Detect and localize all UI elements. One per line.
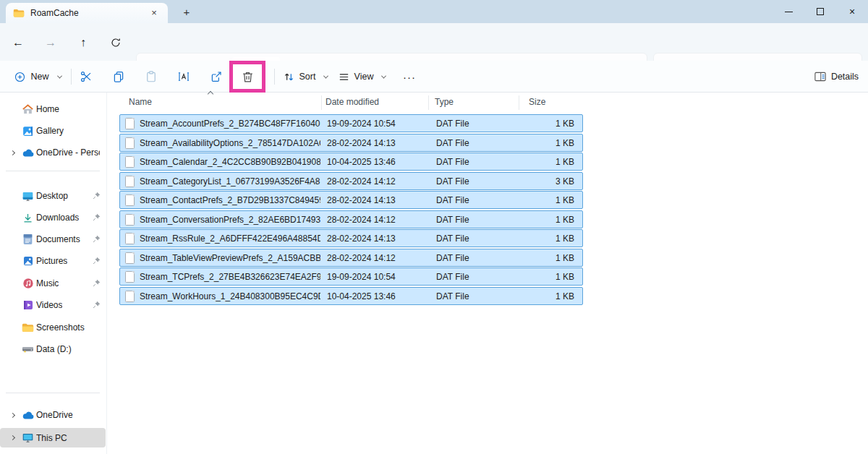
delete-button[interactable] [234, 64, 260, 90]
file-icon [125, 156, 135, 168]
sidebar-item-videos[interactable]: Videos [0, 296, 106, 314]
column-header-name[interactable]: Name [129, 97, 152, 107]
tab-title: RoamCache [30, 8, 79, 18]
file-date: 19-09-2024 10:54 [327, 119, 396, 129]
sidebar-item-documents[interactable]: Documents [0, 230, 106, 249]
file-row[interactable]: Stream_TableViewPreviewPrefs_2_A159ACBB8… [119, 249, 583, 267]
file-date: 28-02-2024 14:13 [327, 195, 396, 205]
document-icon [22, 234, 34, 246]
file-row[interactable]: Stream_CategoryList_1_06773199A3526F4A8D… [119, 172, 583, 190]
details-pane-button[interactable]: Details [810, 64, 862, 90]
sidebar-item-gallery[interactable]: Gallery [0, 121, 106, 140]
gallery-icon [22, 125, 34, 137]
column-separator[interactable] [519, 95, 519, 110]
file-type: DAT File [436, 272, 469, 282]
column-header-size[interactable]: Size [529, 97, 545, 107]
file-type: DAT File [436, 291, 469, 301]
forward-button[interactable]: → [41, 33, 60, 52]
tab-close-icon[interactable]: × [148, 7, 161, 20]
file-row[interactable]: Stream_Calendar_2_4C2CC8B90B92B041908EF.… [119, 153, 583, 171]
more-options-button[interactable]: ··· [396, 64, 422, 90]
file-icon [125, 271, 135, 283]
file-size: 1 KB [556, 253, 574, 263]
cut-button[interactable] [73, 64, 99, 90]
file-size: 3 KB [556, 176, 574, 187]
refresh-button[interactable] [106, 33, 125, 52]
download-icon [22, 212, 34, 224]
sidebar-item-desktop[interactable]: Desktop [0, 187, 106, 205]
close-button[interactable]: × [836, 0, 868, 23]
view-button[interactable]: View [334, 64, 389, 90]
pin-icon [93, 257, 101, 265]
new-tab-button[interactable]: + [178, 4, 195, 20]
sidebar-item-label: Pictures [36, 256, 67, 266]
folder-icon [22, 322, 34, 334]
new-button[interactable]: New [9, 64, 67, 90]
share-button[interactable] [203, 64, 229, 90]
file-row[interactable]: Stream_AccountPrefs_2_B274BC48F7F16040BA… [119, 114, 583, 132]
back-button[interactable]: ← [9, 33, 27, 52]
tab-roamcache[interactable]: RoamCache × [6, 3, 168, 23]
chevron-down-icon [323, 73, 328, 78]
file-icon [125, 176, 135, 187]
file-row[interactable]: Stream_AvailabilityOptions_2_785147DA102… [119, 134, 583, 152]
file-icon [125, 214, 135, 226]
file-row[interactable]: Stream_RssRule_2_A6DFFF422E496A48854DF5F… [119, 229, 583, 247]
music-icon [22, 278, 34, 290]
file-size: 1 KB [556, 138, 574, 148]
minimize-button[interactable] [773, 0, 804, 23]
sort-icon [283, 71, 295, 83]
sidebar-item-onedrive[interactable]: OneDrive [0, 406, 106, 424]
file-size: 1 KB [556, 215, 574, 225]
sidebar-item-music[interactable]: Music [0, 274, 106, 293]
pin-icon [93, 301, 101, 309]
file-date: 28-02-2024 14:12 [327, 215, 396, 225]
sidebar-item-label: Documents [36, 234, 80, 244]
file-date: 28-02-2024 14:13 [327, 138, 396, 148]
chevron-down-icon [381, 73, 386, 78]
sidebar-divider [6, 393, 100, 393]
sidebar-item-home[interactable]: Home [0, 100, 106, 119]
file-name: Stream_CategoryList_1_06773199A3526F4A8D… [140, 176, 320, 187]
cut-icon [80, 70, 93, 83]
file-icon [125, 252, 135, 264]
column-separator[interactable] [321, 95, 322, 110]
file-icon [125, 233, 135, 244]
drive-icon [22, 343, 34, 356]
file-list-pane: Name Date modified Type Size Stream_Acco… [107, 93, 868, 454]
sidebar-item-onedrive-personal[interactable]: OneDrive - Persona [0, 143, 106, 162]
sidebar-item-screenshots[interactable]: Screenshots [0, 318, 106, 337]
file-row[interactable]: Stream_TCPrefs_2_27BE4B326623E74EA2F953A… [119, 267, 583, 286]
sidebar-item-pictures[interactable]: Pictures [0, 252, 106, 270]
up-button[interactable]: ↑ [74, 33, 93, 52]
sidebar-item-label: Downloads [36, 213, 79, 223]
maximize-button[interactable] [804, 0, 836, 23]
navigation-pane: Home Gallery OneDrive - Persona Desktop [0, 93, 107, 454]
sort-button[interactable]: Sort [279, 64, 331, 90]
file-row[interactable]: Stream_WorkHours_1_24B408300B95EC4C9DB..… [119, 287, 583, 305]
sidebar-item-label: Music [36, 278, 59, 288]
file-name: Stream_Calendar_2_4C2CC8B90B92B041908EF.… [140, 157, 320, 167]
sidebar-item-label: Gallery [36, 126, 64, 136]
copy-button[interactable] [106, 64, 132, 90]
pin-icon [93, 279, 101, 287]
file-row[interactable]: Stream_ContactPrefs_2_B7D29B1337C8494590… [119, 191, 583, 209]
column-separator[interactable] [428, 95, 429, 110]
toolbar-divider [274, 69, 275, 85]
rename-button[interactable] [171, 64, 197, 90]
sidebar-item-label: OneDrive - Persona [36, 147, 100, 158]
paste-icon [145, 70, 158, 83]
sidebar-item-this-pc[interactable]: This PC [0, 428, 106, 447]
column-header-date-modified[interactable]: Date modified [326, 97, 379, 107]
file-row[interactable]: Stream_ConversationPrefs_2_82AE6BD174935… [119, 210, 583, 228]
file-size: 1 KB [556, 119, 574, 129]
column-header-type[interactable]: Type [435, 97, 454, 107]
paste-button[interactable] [138, 64, 164, 90]
plus-circle-icon [14, 71, 26, 83]
file-name: Stream_RssRule_2_A6DFFF422E496A48854DF5F… [140, 234, 320, 244]
sort-ascending-icon [208, 91, 213, 97]
sidebar-item-downloads[interactable]: Downloads [0, 208, 106, 227]
sidebar-item-data-drive[interactable]: Data (D:) [0, 340, 106, 359]
file-type: DAT File [436, 119, 469, 129]
file-name: Stream_ContactPrefs_2_B7D29B1337C8494590… [140, 195, 320, 205]
